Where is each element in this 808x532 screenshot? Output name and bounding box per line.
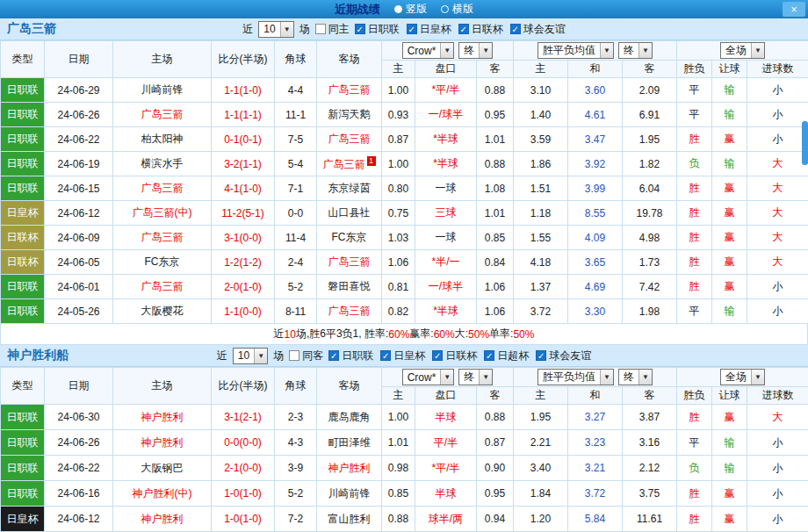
col-win: 主 (514, 61, 568, 78)
match-row: 日职联24-06-22大阪钢巴2-1(0-0)3-9神户胜利0.98*平/半0.… (1, 456, 808, 481)
handicap-home-odds: 1.00 (382, 405, 415, 430)
covers-flag: 赢 (712, 176, 747, 201)
scope-select[interactable]: 全场▼ (720, 42, 765, 59)
section-header-kobe: 神户胜利船 近 10 ▼ 场 同客 ✓日职联✓日皇杯✓日联杯✓日超杯✓球会友谊 (0, 345, 808, 367)
col-handicap-home: 主 (382, 387, 415, 405)
league-checkbox[interactable]: ✓球会友谊 (536, 349, 591, 363)
handicap-away-odds: 0.95 (477, 481, 514, 507)
home-team: 广岛三箭 (113, 226, 212, 250)
summary-segment: 50% (513, 328, 534, 341)
league-badge: 日皇杯 (1, 201, 45, 226)
summary-segment: 60% (388, 328, 409, 341)
result-flag: 胜 (677, 176, 712, 201)
checkbox-checked-icon: ✓ (380, 350, 391, 361)
goals-flag: 小 (747, 430, 808, 456)
score: 2-1(0-0) (212, 456, 275, 481)
match-date: 24-06-26 (45, 103, 113, 127)
odds-company-select[interactable]: Crow*▼ (402, 369, 455, 385)
score: 2-0(1-0) (212, 275, 275, 299)
league-checkbox[interactable]: ✓日超杯 (484, 349, 529, 363)
league-badge: 日职联 (1, 78, 45, 103)
odds-stage-select[interactable]: 终▼ (458, 42, 493, 59)
draw-odds: 3.30 (568, 299, 623, 324)
corners: 0-0 (275, 201, 317, 226)
lose-odds: 3.75 (623, 481, 677, 507)
score: 3-2(1-1) (212, 152, 275, 176)
wdl-average-select[interactable]: 胜平负均值▼ (537, 42, 614, 59)
goals-flag: 大 (747, 201, 808, 226)
checkbox-checked-icon: ✓ (328, 350, 339, 361)
corners: 5-4 (275, 152, 317, 176)
win-odds: 4.18 (514, 250, 568, 275)
score: 1-0(1-0) (212, 507, 275, 532)
draw-odds: 3.99 (568, 176, 623, 201)
league-checkbox[interactable]: ✓日联杯 (432, 349, 477, 363)
goals-flag: 大 (747, 250, 808, 275)
same-home-checkbox[interactable]: 同主 (315, 22, 350, 37)
close-button[interactable]: × (783, 2, 805, 17)
away-team: 广岛三箭1 (317, 152, 382, 176)
goals-flag: 小 (747, 456, 808, 481)
checkbox-label: 同主 (328, 22, 350, 37)
win-odds: 2.21 (514, 430, 568, 456)
handicap-home-odds: 0.82 (382, 299, 415, 324)
lose-odds: 2.09 (623, 78, 677, 103)
wdl-stage-select[interactable]: 终▼ (618, 42, 653, 59)
result-flag: 平 (677, 103, 712, 127)
scope-select[interactable]: 全场▼ (720, 369, 765, 385)
col-handicap-home: 主 (382, 61, 415, 78)
checkbox-label: 球会友谊 (523, 22, 566, 37)
score: 0-1(0-1) (212, 127, 275, 152)
league-checkbox[interactable]: ✓球会友谊 (510, 22, 566, 37)
odds-stage-select[interactable]: 终▼ (458, 369, 493, 385)
recent-count-select[interactable]: 10 ▼ (233, 348, 268, 364)
away-team: 神户胜利 (317, 456, 382, 481)
wdl-average-select[interactable]: 胜平负均值▼ (537, 369, 614, 385)
lose-odds: 1.95 (623, 127, 677, 152)
draw-odds: 4.61 (568, 103, 623, 127)
goals-flag: 大 (747, 226, 808, 250)
league-checkbox[interactable]: ✓日皇杯 (380, 349, 425, 363)
handicap-line: 一球 (415, 176, 477, 201)
league-checkbox[interactable]: ✓日职联 (355, 22, 400, 37)
match-date: 24-06-19 (45, 152, 113, 176)
league-badge: 日职联 (1, 103, 45, 127)
handicap-home-odds: 0.88 (382, 507, 415, 532)
record-summary: 近10场,胜6平3负1, 胜率:60% 赢率:60% 大:50% 单率:50% (0, 324, 808, 345)
wdl-group-header: 胜平负均值▼ 终▼ (514, 368, 677, 387)
league-checkbox[interactable]: ✓日职联 (328, 349, 373, 363)
match-date: 24-06-26 (45, 430, 113, 456)
odds-company-select[interactable]: Crow*▼ (402, 42, 455, 59)
checkbox-label: 同客 (302, 349, 323, 363)
layout-radio-horizontal[interactable]: 横版 (441, 2, 473, 17)
covers-flag: 输 (712, 456, 747, 481)
goals-flag: 小 (747, 127, 808, 152)
match-date: 24-05-26 (45, 299, 113, 324)
handicap-away-odds: 0.95 (477, 103, 514, 127)
covers-flag: 赢 (712, 127, 747, 152)
home-team: 神户胜利 (113, 507, 212, 532)
away-team: 广岛三箭 (317, 299, 382, 324)
recent-count-select[interactable]: 10 ▼ (258, 21, 293, 38)
scrollbar-thumb[interactable] (802, 121, 808, 165)
handicap-away-odds: 1.06 (477, 275, 514, 299)
handicap-away-odds: 0.94 (477, 507, 514, 532)
layout-radio-vertical[interactable]: 竖版 (394, 2, 427, 17)
away-team: 山口县社 (317, 201, 382, 226)
win-odds: 1.20 (514, 507, 568, 532)
draw-odds: 3.65 (568, 250, 623, 275)
wdl-stage-select[interactable]: 终▼ (618, 369, 653, 385)
league-checkbox[interactable]: ✓日联杯 (458, 22, 503, 37)
lose-odds: 11.61 (623, 507, 677, 532)
corners: 8-11 (275, 299, 317, 324)
result-flag: 平 (677, 78, 712, 103)
near-label: 近 (217, 349, 227, 363)
win-odds: 3.72 (514, 299, 568, 324)
checkbox-checked-icon: ✓ (355, 24, 365, 34)
same-away-checkbox[interactable]: 同客 (289, 349, 323, 363)
league-checkbox[interactable]: ✓日皇杯 (407, 22, 451, 37)
handicap-away-odds: 1.08 (477, 176, 514, 201)
lose-odds: 2.12 (623, 456, 677, 481)
goals-flag: 大 (747, 176, 808, 201)
checkbox-label: 球会友谊 (549, 349, 591, 363)
